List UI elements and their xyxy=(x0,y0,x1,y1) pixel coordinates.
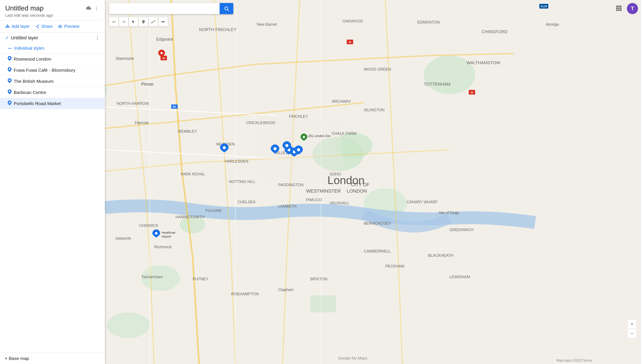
svg-text:CHALK FARM: CHALK FARM xyxy=(332,132,356,136)
location-item-rosewood[interactable]: Rosewood London xyxy=(0,54,105,65)
zoom-in-button[interactable]: + xyxy=(627,320,637,329)
location-item-portobello[interactable]: Portobello Road Market xyxy=(0,98,105,109)
svg-text:H: H xyxy=(349,40,351,44)
svg-text:Map data ©2022  Terms: Map data ©2022 Terms xyxy=(556,359,592,362)
layer-title-row: ✓ Untitled layer xyxy=(5,35,38,41)
svg-text:FINCHLEY: FINCHLEY xyxy=(289,114,308,118)
svg-point-95 xyxy=(154,20,155,21)
action-buttons: Add layer Share Preview xyxy=(0,20,105,32)
location-name: Fuwa Fuwa Café - Bloomsbury xyxy=(14,68,75,73)
svg-text:PECKHAM: PECKHAM xyxy=(385,264,404,268)
svg-rect-113 xyxy=(7,24,8,26)
svg-rect-96 xyxy=(161,22,165,22)
location-item-british-museum[interactable]: The British Museum xyxy=(0,76,105,87)
undo-button[interactable]: ↩ xyxy=(109,17,118,26)
svg-line-118 xyxy=(36,26,38,28)
svg-text:ZSL London Zoo: ZSL London Zoo xyxy=(308,134,330,138)
svg-text:CHISWICK: CHISWICK xyxy=(139,224,158,228)
svg-text:London: London xyxy=(328,174,365,186)
svg-text:ROEHAMPTON: ROEHAMPTON xyxy=(231,292,259,296)
eye-icon xyxy=(58,24,62,29)
cloud-icon xyxy=(86,6,91,11)
svg-point-76 xyxy=(274,147,276,150)
svg-text:Richmond: Richmond xyxy=(154,245,172,249)
svg-text:NORTH HARROW: NORTH HARROW xyxy=(117,102,149,106)
svg-point-10 xyxy=(107,312,150,338)
svg-text:Isle of Dogs: Isle of Dogs xyxy=(439,210,459,215)
layer-check-icon: ✓ xyxy=(5,35,9,41)
svg-text:CAMBERWELL: CAMBERWELL xyxy=(364,249,391,253)
svg-point-75 xyxy=(223,146,226,149)
apps-icon xyxy=(616,5,622,11)
preview-label: Preview xyxy=(64,24,80,29)
svg-rect-103 xyxy=(618,6,620,7)
svg-text:ISLINGTON: ISLINGTON xyxy=(364,108,384,112)
svg-text:BERMONDSEY: BERMONDSEY xyxy=(364,221,391,226)
svg-text:ALDI: ALDI xyxy=(540,5,547,8)
measure-button[interactable] xyxy=(158,17,168,26)
marker-icon xyxy=(142,20,145,24)
svg-text:EDMONTON: EDMONTON xyxy=(417,20,440,24)
location-name: Barbican Centre xyxy=(14,90,46,95)
svg-rect-9 xyxy=(310,295,336,312)
svg-point-124 xyxy=(9,80,10,81)
svg-text:H: H xyxy=(471,91,473,94)
layer-header: ✓ Untitled layer ⋮ xyxy=(5,35,100,41)
cursor-icon xyxy=(132,20,136,24)
individual-styles-row[interactable]: Individual styles xyxy=(0,44,105,54)
untitled-layer: ✓ Untitled layer ⋮ xyxy=(0,32,105,44)
svg-text:PUTNEY: PUTNEY xyxy=(192,277,208,281)
share-icon xyxy=(35,24,40,29)
svg-rect-104 xyxy=(620,6,622,7)
svg-rect-105 xyxy=(616,8,618,9)
zoom-out-button[interactable]: − xyxy=(627,329,637,338)
sidebar: Untitled map ⋮ Last edit was seconds ago… xyxy=(0,0,105,364)
draw-line-button[interactable] xyxy=(148,17,158,26)
apps-button[interactable] xyxy=(613,2,624,14)
svg-text:Stanmore: Stanmore xyxy=(116,56,134,61)
svg-point-125 xyxy=(9,90,10,92)
search-input[interactable] xyxy=(109,6,220,12)
svg-point-94 xyxy=(151,22,152,23)
user-avatar[interactable]: T xyxy=(627,3,638,14)
svg-point-79 xyxy=(297,148,300,151)
svg-text:TOTTENHAM: TOTTENHAM xyxy=(424,82,450,86)
svg-text:PADDINGTON: PADDINGTON xyxy=(278,183,304,187)
svg-text:ARCHWAY: ARCHWAY xyxy=(332,99,351,104)
svg-point-120 xyxy=(60,26,61,27)
location-item-fuwa-fuwa[interactable]: Fuwa Fuwa Café - Bloomsbury xyxy=(0,65,105,76)
layer-more-button[interactable]: ⋮ xyxy=(95,35,100,41)
add-marker-button[interactable] xyxy=(139,17,148,26)
svg-text:Twickenham: Twickenham xyxy=(141,275,163,279)
svg-text:FULHAM: FULHAM xyxy=(206,208,221,213)
search-button[interactable] xyxy=(220,3,233,14)
redo-button[interactable]: ↪ xyxy=(119,17,128,26)
map-more-button[interactable]: ⋮ xyxy=(93,4,100,12)
svg-text:Airport: Airport xyxy=(162,234,171,238)
share-button[interactable]: Share xyxy=(35,24,53,29)
location-name: Rosewood London xyxy=(14,56,51,62)
measure-icon xyxy=(161,20,165,24)
base-map-label: Base map xyxy=(9,356,29,361)
svg-text:Edgware: Edgware xyxy=(156,37,173,42)
preview-button[interactable]: Preview xyxy=(58,24,80,29)
svg-point-122 xyxy=(9,57,10,59)
svg-rect-106 xyxy=(618,8,620,9)
svg-text:Pinner: Pinner xyxy=(141,82,154,86)
svg-text:LEWISHAM: LEWISHAM xyxy=(450,275,470,279)
sidebar-header: Untitled map ⋮ Last edit was seconds ago xyxy=(0,0,105,20)
chevron-down-icon: ▾ xyxy=(5,356,7,361)
svg-rect-107 xyxy=(620,8,622,9)
svg-text:Heathrow: Heathrow xyxy=(162,231,175,234)
base-map-row[interactable]: ▾ Base map xyxy=(5,356,100,361)
select-tool-button[interactable] xyxy=(129,17,138,26)
svg-text:LONDON: LONDON xyxy=(347,188,367,194)
zoom-controls: + − xyxy=(627,320,637,338)
location-pin-icon xyxy=(8,100,12,106)
svg-rect-109 xyxy=(618,10,620,11)
svg-rect-102 xyxy=(616,6,618,7)
add-layer-button[interactable]: Add layer xyxy=(5,24,30,29)
svg-point-80 xyxy=(285,144,288,147)
layer-title: Untitled layer xyxy=(11,35,38,41)
location-item-barbican[interactable]: Barbican Centre xyxy=(0,87,105,98)
